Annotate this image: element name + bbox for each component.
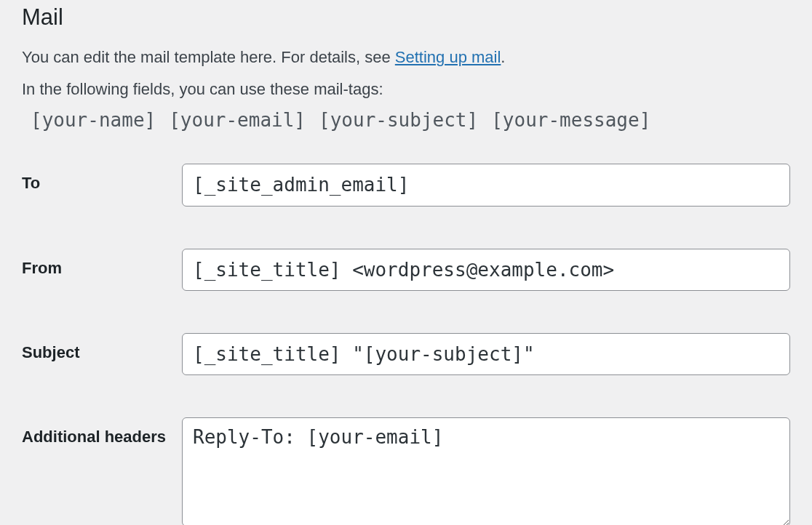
setting-up-mail-link[interactable]: Setting up mail xyxy=(395,48,501,66)
subject-label: Subject xyxy=(22,333,182,365)
mail-tags-list: [your-name][your-email][your-subject][yo… xyxy=(31,109,790,131)
mail-tag-your-message: [your-message] xyxy=(491,109,650,131)
additional-headers-textarea[interactable] xyxy=(182,417,790,525)
from-input[interactable] xyxy=(182,249,790,291)
mail-tag-your-name: [your-name] xyxy=(31,109,156,131)
to-input[interactable] xyxy=(182,164,790,206)
mail-tag-your-email: [your-email] xyxy=(169,109,306,131)
intro-text-pre: You can edit the mail template here. For… xyxy=(22,48,395,66)
mail-intro-line1: You can edit the mail template here. For… xyxy=(22,45,790,70)
mail-section-title: Mail xyxy=(22,4,790,31)
subject-input[interactable] xyxy=(182,333,790,375)
from-label: From xyxy=(22,249,182,281)
mail-tag-your-subject: [your-subject] xyxy=(319,109,478,131)
mail-intro-line2: In the following fields, you can use the… xyxy=(22,77,790,102)
intro-text-post: . xyxy=(501,48,505,66)
to-label: To xyxy=(22,164,182,196)
additional-headers-label: Additional headers xyxy=(22,417,182,449)
